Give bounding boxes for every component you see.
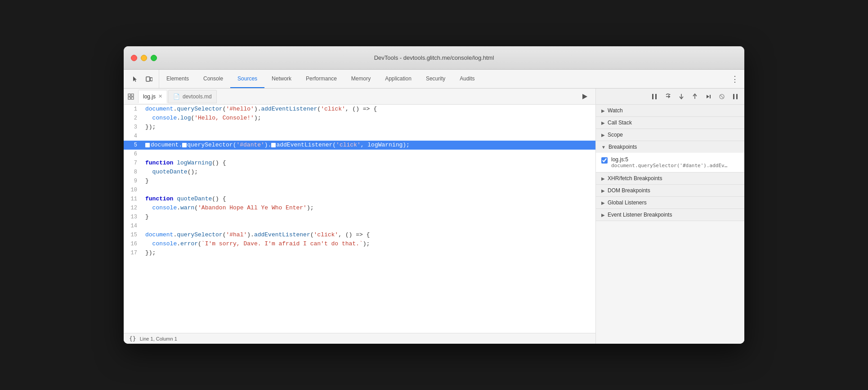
close-button[interactable] <box>131 55 137 61</box>
event-label: Event Listener Breakpoints <box>608 212 672 218</box>
svg-rect-2 <box>128 94 130 96</box>
code-editor[interactable]: 1 document.querySelector('#hello').addEv… <box>124 105 595 333</box>
breakpoint-file: log.js:5 <box>611 156 739 163</box>
callstack-header[interactable]: Call Stack <box>596 117 744 129</box>
pause-script-icon[interactable] <box>579 91 590 102</box>
tab-sources[interactable]: Sources <box>230 70 264 88</box>
breakpoints-header[interactable]: Breakpoints <box>596 141 744 153</box>
logjs-close-button[interactable]: ✕ <box>158 93 162 99</box>
tab-performance[interactable]: Performance <box>299 70 344 88</box>
devtools-window: DevTools - devtools.glitch.me/console/lo… <box>124 46 744 344</box>
watch-label: Watch <box>608 107 623 114</box>
dom-breakpoints-header[interactable]: DOM Breakpoints <box>596 185 744 196</box>
scope-label: Scope <box>608 132 623 138</box>
breakpoints-arrow <box>601 145 606 150</box>
main-toolbar: Elements Console Sources Network Perform… <box>124 70 744 89</box>
breakpoint-code: document.querySelector('#dante').addEv… <box>611 163 739 168</box>
global-arrow <box>601 200 605 205</box>
tab-application[interactable]: Application <box>378 70 419 88</box>
global-listeners-header[interactable]: Global Listeners <box>596 197 744 208</box>
xhr-breakpoints-section: XHR/fetch Breakpoints <box>596 173 744 185</box>
status-bar: {} Line 1, Column 1 <box>124 333 595 344</box>
code-line-9: 9 } <box>124 177 595 186</box>
watch-section: Watch <box>596 105 744 117</box>
tab-memory[interactable]: Memory <box>344 70 378 88</box>
global-label: Global Listeners <box>608 199 647 206</box>
tab-console[interactable]: Console <box>196 70 230 88</box>
format-icon[interactable]: {} <box>129 335 136 342</box>
window-controls <box>131 55 157 61</box>
callstack-section: Call Stack <box>596 117 744 129</box>
code-line-8: 8 quoteDante(); <box>124 168 595 177</box>
scope-header[interactable]: Scope <box>596 129 744 141</box>
editor-toolbar-right <box>579 91 594 102</box>
devtoolsmd-tab-label: devtools.md <box>183 93 212 100</box>
code-line-17: 17 }); <box>124 248 595 257</box>
svg-line-13 <box>720 95 724 98</box>
svg-rect-14 <box>733 94 734 99</box>
code-line-7: 7 function logWarning() { <box>124 159 595 168</box>
code-line-16: 16 console.error(`I'm sorry, Dave. I'm a… <box>124 239 595 248</box>
breakpoints-content: log.js:5 document.querySelector('#dante'… <box>596 153 744 172</box>
step-into-button[interactable] <box>676 91 687 102</box>
breakpoint-checkbox[interactable] <box>601 157 608 164</box>
xhr-breakpoints-header[interactable]: XHR/fetch Breakpoints <box>596 173 744 184</box>
file-navigator-icon[interactable] <box>125 91 136 102</box>
breakpoint-info: log.js:5 document.querySelector('#dante'… <box>611 156 739 168</box>
window-title: DevTools - devtools.glitch.me/console/lo… <box>374 54 494 61</box>
watch-header[interactable]: Watch <box>596 105 744 116</box>
maximize-button[interactable] <box>151 55 157 61</box>
tab-bar: Elements Console Sources Network Perform… <box>159 70 727 88</box>
breakpoints-section: Breakpoints log.js:5 document.querySelec… <box>596 141 744 173</box>
xhr-label: XHR/fetch Breakpoints <box>608 175 662 182</box>
select-tool-icon[interactable] <box>129 73 142 85</box>
dom-breakpoints-section: DOM Breakpoints <box>596 185 744 197</box>
code-line-10: 10 <box>124 186 595 195</box>
scope-arrow <box>601 133 605 137</box>
tab-elements[interactable]: Elements <box>159 70 196 88</box>
svg-rect-7 <box>652 94 653 99</box>
svg-rect-4 <box>128 97 130 99</box>
cursor-position: Line 1, Column 1 <box>140 336 177 341</box>
svg-rect-5 <box>131 97 134 99</box>
svg-rect-1 <box>150 78 152 81</box>
dom-arrow <box>601 188 605 193</box>
event-breakpoints-section: Event Listener Breakpoints <box>596 209 744 221</box>
tab-network[interactable]: Network <box>264 70 299 88</box>
minimize-button[interactable] <box>141 55 147 61</box>
step-button[interactable] <box>703 91 714 102</box>
svg-rect-0 <box>146 77 150 81</box>
tab-security[interactable]: Security <box>419 70 452 88</box>
step-out-button[interactable] <box>689 91 700 102</box>
tab-audits[interactable]: Audits <box>452 70 482 88</box>
file-tab-logjs[interactable]: log.js ✕ <box>138 90 167 103</box>
code-line-14: 14 <box>124 222 595 230</box>
pause-on-exceptions-button[interactable] <box>730 91 741 102</box>
svg-rect-8 <box>655 94 657 99</box>
watch-arrow <box>601 108 605 113</box>
code-line-5: 5 document.querySelector('#dante').addEv… <box>124 141 595 150</box>
code-line-6: 6 <box>124 150 595 159</box>
event-breakpoints-header[interactable]: Event Listener Breakpoints <box>596 209 744 221</box>
code-line-3: 3 }); <box>124 123 595 132</box>
dom-label: DOM Breakpoints <box>608 187 650 194</box>
debug-sidebar: Watch Call Stack Scope <box>596 89 744 344</box>
device-toolbar-icon[interactable] <box>143 73 155 85</box>
global-listeners-section: Global Listeners <box>596 197 744 209</box>
code-line-12: 12 console.warn('Abandon Hope All Ye Who… <box>124 204 595 213</box>
more-tabs-button[interactable]: ⋮ <box>727 70 743 88</box>
editor-area: log.js ✕ 📄 devtools.md <box>124 89 596 344</box>
scope-section: Scope <box>596 129 744 141</box>
code-line-11: 11 function quoteDante() { <box>124 195 595 204</box>
step-over-button[interactable] <box>662 91 673 102</box>
event-arrow <box>601 213 605 217</box>
debug-toolbar <box>596 89 744 105</box>
code-line-2: 2 console.log('Hello, Console!'); <box>124 114 595 123</box>
deactivate-breakpoints-button[interactable] <box>716 91 727 102</box>
code-line-13: 13 } <box>124 213 595 222</box>
main-content: log.js ✕ 📄 devtools.md <box>124 89 744 344</box>
code-line-15: 15 document.querySelector('#hal').addEve… <box>124 230 595 239</box>
pause-resume-button[interactable] <box>649 91 660 102</box>
xhr-arrow <box>601 176 605 181</box>
file-tab-devtoolsmd[interactable]: 📄 devtools.md <box>168 90 217 103</box>
